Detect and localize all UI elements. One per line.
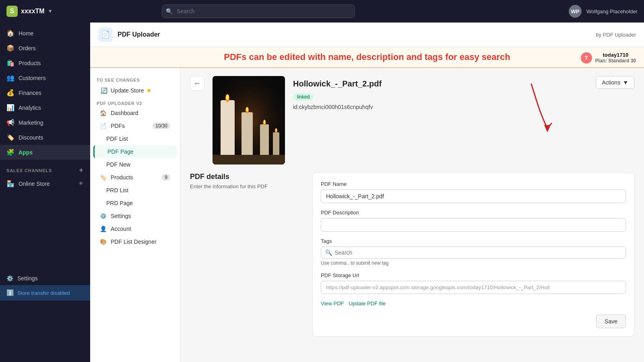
- pdf-description-label: PDF Description: [321, 210, 626, 216]
- app-nav-prd-page[interactable]: PRD Page: [93, 197, 177, 210]
- update-store-label: Update Store: [111, 87, 144, 94]
- plan-name: today1710: [595, 52, 636, 58]
- sidebar-item-online-store[interactable]: 🏪 Online Store 👁: [0, 176, 90, 191]
- update-dot-indicator: [147, 89, 151, 92]
- pdf-storage-url-group: PDF Storage Url: [321, 272, 626, 294]
- pdf-name-input[interactable]: [321, 189, 626, 203]
- brand-name: xxxxTM: [21, 8, 45, 15]
- pdf-uploader-section-label: PDF UPLOADER V2: [90, 99, 180, 107]
- sidebar-item-label: Finances: [19, 90, 41, 96]
- to-see-changes-label: TO SEE CHANGES: [97, 78, 173, 82]
- app-nav-pdf-list[interactable]: PDF List: [93, 132, 177, 145]
- pdf-info: Hollowick_-_Part_2.pdf linked id:ckybzbm…: [293, 76, 634, 110]
- info-icon: ℹ️: [6, 289, 14, 296]
- brand-logo[interactable]: S xxxxTM ▼: [6, 6, 53, 17]
- pdf-icon: 📄: [101, 30, 110, 39]
- view-update-links: View PDF Update PDF file: [321, 300, 626, 306]
- apps-icon: 🧩: [6, 148, 14, 156]
- sidebar-item-label: Online Store: [19, 181, 50, 187]
- tags-input-wrap[interactable]: 🔍: [321, 247, 626, 259]
- view-pdf-link[interactable]: View PDF: [321, 300, 344, 306]
- sidebar-item-discounts[interactable]: 🏷️ Discounts: [0, 130, 90, 145]
- sidebar-item-analytics[interactable]: 📊 Analytics: [0, 100, 90, 115]
- sidebar-item-marketing[interactable]: 📢 Marketing: [0, 115, 90, 130]
- customers-icon: 👥: [6, 74, 14, 82]
- pdfs-icon: 📄: [100, 123, 107, 129]
- sidebar-item-apps[interactable]: 🧩 Apps: [0, 145, 90, 160]
- annotation-banner: PDFs can be edited with name, descriptio…: [90, 47, 644, 68]
- search-input[interactable]: [162, 4, 355, 18]
- sidebar-item-label: Apps: [19, 149, 33, 156]
- by-label: by PDF Uploader: [596, 32, 636, 38]
- home-icon: 🏠: [6, 29, 14, 37]
- pdfs-badge: 10/30: [153, 123, 170, 129]
- app-nav-pdf-page[interactable]: PDF Page: [93, 145, 177, 158]
- pdf-tags-label: Tags: [321, 238, 626, 244]
- prd-page-label: PRD Page: [106, 200, 133, 206]
- sidebar-item-orders[interactable]: 📦 Orders: [0, 41, 90, 56]
- settings-icon: ⚙️: [100, 213, 107, 219]
- svg-point-11: [264, 120, 265, 124]
- content-body: TO SEE CHANGES 🔄 Update Store PDF UPLOAD…: [90, 68, 644, 362]
- app-nav-prd-list[interactable]: PRD List: [93, 184, 177, 197]
- orders-icon: 📦: [6, 44, 14, 52]
- app-nav-pdf-new[interactable]: PDF New: [93, 158, 177, 171]
- sidebar-item-label: Products: [19, 60, 41, 66]
- app-nav-settings[interactable]: ⚙️ Settings: [93, 210, 177, 222]
- eye-icon[interactable]: 👁: [78, 181, 84, 187]
- sidebar-item-products[interactable]: 🛍️ Products: [0, 56, 90, 70]
- form-actions: Save: [321, 315, 626, 328]
- pdf-details-section: PDF details Enter the information for th…: [190, 173, 634, 337]
- app-nav-pdfs[interactable]: 📄 PDFs 10/30: [93, 119, 177, 132]
- products-icon: 🛍️: [6, 59, 14, 67]
- tags-search-input[interactable]: [334, 249, 621, 256]
- sidebar-item-home[interactable]: 🏠 Home: [0, 26, 90, 41]
- add-sales-channel-button[interactable]: +: [79, 166, 84, 175]
- back-button[interactable]: ←: [190, 76, 204, 90]
- sales-channels-section: SALES CHANNELS +: [0, 160, 90, 176]
- account-icon: 👤: [100, 226, 107, 232]
- actions-chevron-icon: ▼: [623, 79, 628, 86]
- pdf-description-group: PDF Description: [321, 210, 626, 232]
- pdf-list-designer-label: PDF List Designer: [111, 239, 157, 245]
- actions-button[interactable]: Actions ▼: [596, 76, 634, 89]
- sidebar-item-customers[interactable]: 👥 Customers: [0, 70, 90, 85]
- svg-rect-2: [221, 100, 235, 156]
- topbar-right: WP Wolfgang Placeholder: [569, 5, 638, 18]
- annotation-text: PDFs can be edited with name, descriptio…: [224, 52, 510, 62]
- svg-rect-12: [273, 132, 279, 156]
- pdf-storage-url-input: [321, 281, 626, 294]
- shopify-icon: S: [6, 6, 18, 17]
- sidebar-item-finances[interactable]: 💰 Finances: [0, 85, 90, 100]
- page-area: Actions ▼ ←: [180, 68, 644, 362]
- pdf-description-input[interactable]: [321, 218, 626, 232]
- pdf-tags-group: Tags 🔍 Use comma , to submit new tag: [321, 238, 626, 266]
- avatar[interactable]: WP: [569, 5, 582, 18]
- update-store-button[interactable]: 🔄 Update Store: [97, 85, 173, 96]
- sidebar-item-settings[interactable]: ⚙️ Settings: [0, 272, 90, 285]
- linked-badge: linked: [293, 93, 314, 101]
- products-label: Products: [111, 174, 133, 181]
- settings-label: Settings: [111, 213, 131, 219]
- store-transfer-label: Store transfer disabled: [17, 290, 70, 296]
- dashboard-label: Dashboard: [111, 110, 138, 116]
- analytics-icon: 📊: [6, 104, 14, 111]
- save-button[interactable]: Save: [596, 315, 626, 328]
- brand-dropdown-icon[interactable]: ▼: [48, 8, 53, 14]
- svg-point-8: [246, 107, 248, 111]
- dashboard-icon: 🏠: [100, 110, 107, 116]
- app-nav-account[interactable]: 👤 Account: [93, 222, 177, 235]
- search-icon: 🔍: [166, 8, 173, 14]
- pdf-details-title: PDF details: [190, 173, 303, 181]
- sidebar-item-label: Home: [19, 30, 33, 37]
- app-sidebar: TO SEE CHANGES 🔄 Update Store PDF UPLOAD…: [90, 68, 180, 362]
- app-nav-products[interactable]: 🏷️ Products 9: [93, 171, 177, 184]
- pdf-details-subtitle: Enter the information for this PDF: [190, 183, 303, 189]
- app-nav-dashboard[interactable]: 🏠 Dashboard: [93, 107, 177, 119]
- products-icon: 🏷️: [100, 174, 107, 181]
- sidebar-item-label: Analytics: [19, 105, 41, 111]
- topbar: S xxxxTM ▼ 🔍 WP Wolfgang Placeholder: [0, 0, 644, 23]
- tags-search-icon: 🔍: [325, 249, 332, 256]
- update-pdf-link[interactable]: Update PDF file: [349, 300, 386, 306]
- app-nav-pdf-list-designer[interactable]: 🎨 PDF List Designer: [93, 235, 177, 248]
